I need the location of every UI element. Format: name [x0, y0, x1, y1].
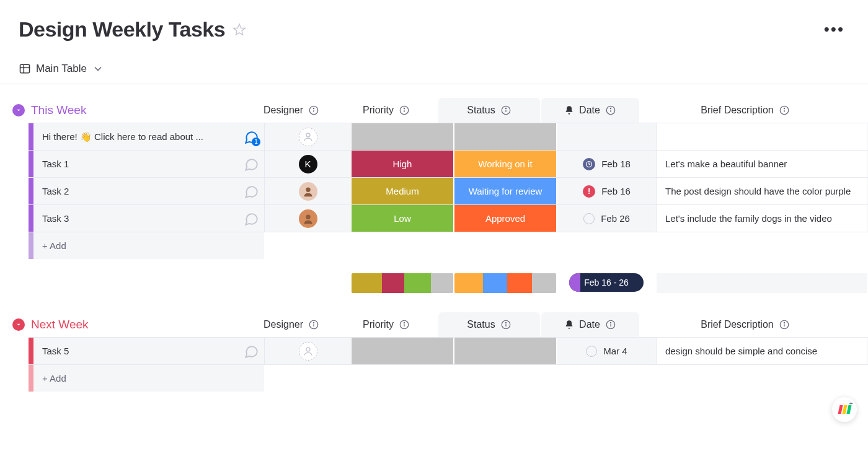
priority-summary[interactable] [352, 273, 453, 293]
chevron-down-icon [92, 63, 104, 75]
task-name-cell[interactable]: Task 5 [29, 338, 264, 364]
info-icon[interactable] [779, 105, 790, 116]
priority-cell[interactable]: High [352, 151, 453, 177]
chat-bubble-icon[interactable] [243, 211, 259, 227]
info-icon[interactable] [779, 319, 790, 330]
group-this-week: This WeekDesignerPriorityStatusDateBrief… [0, 98, 868, 299]
assignee-avatar[interactable]: K [299, 155, 317, 173]
info-icon[interactable] [500, 105, 512, 116]
board-header: Design Weekly Tasks ••• [0, 17, 868, 49]
table-row[interactable]: Task 2MediumWaiting for review!Feb 16The… [29, 177, 868, 204]
svg-point-22 [306, 214, 310, 219]
task-name-cell[interactable]: Task 2 [29, 178, 264, 204]
column-header-status[interactable]: Status [438, 98, 540, 123]
assign-person-icon[interactable] [299, 128, 317, 146]
task-name-cell[interactable]: Task 3 [29, 205, 264, 232]
chat-bubble-icon[interactable]: 1 [243, 129, 259, 145]
board-options-menu-icon[interactable]: ••• [819, 17, 849, 42]
svg-point-19 [306, 133, 310, 137]
column-header-designer[interactable]: Designer [248, 312, 335, 337]
add-item-row[interactable]: + Add [29, 232, 868, 259]
info-icon[interactable] [308, 105, 319, 116]
svg-point-28 [404, 322, 404, 323]
status-summary[interactable] [454, 273, 556, 293]
column-header-description[interactable]: Brief Description [640, 312, 851, 337]
status-cell[interactable] [454, 123, 556, 150]
priority-cell[interactable] [352, 123, 453, 150]
description-cell[interactable]: Let's make a beautiful banner [656, 151, 867, 177]
status-cell[interactable]: Working on it [454, 151, 556, 177]
description-cell[interactable]: The post design should have the color pu… [656, 178, 867, 204]
views-bar: Main Table [0, 49, 868, 84]
board-title[interactable]: Design Weekly Tasks [19, 17, 225, 42]
priority-cell[interactable] [352, 338, 453, 364]
group-collapse-toggle[interactable] [12, 318, 25, 331]
column-header-priority[interactable]: Priority [335, 312, 438, 337]
table-row[interactable]: Hi there! 👋 Click here to read about ...… [29, 123, 868, 150]
svg-point-37 [784, 322, 784, 323]
date-cell[interactable]: Mar 4 [557, 338, 656, 364]
svg-marker-0 [234, 24, 245, 34]
svg-rect-1 [20, 64, 30, 72]
task-name-cell[interactable]: Task 1 [29, 151, 264, 177]
info-icon[interactable] [399, 319, 410, 330]
svg-point-34 [610, 322, 611, 323]
column-header-designer[interactable]: Designer [248, 98, 335, 123]
table-icon [19, 63, 31, 75]
bell-icon [564, 320, 574, 330]
description-cell[interactable]: Let's include the family dogs in the vid… [656, 205, 867, 232]
assignee-avatar[interactable] [299, 209, 317, 228]
priority-cell[interactable]: Medium [352, 178, 453, 204]
info-icon[interactable] [500, 319, 512, 330]
svg-point-9 [404, 108, 404, 108]
group-collapse-toggle[interactable] [12, 104, 25, 116]
assign-person-icon[interactable] [299, 342, 317, 361]
group-next-week: Next WeekDesignerPriorityStatusDateBrief… [0, 312, 868, 392]
column-header-date[interactable]: Date [541, 312, 639, 337]
add-item-row[interactable]: + Add [29, 364, 868, 392]
info-icon[interactable] [605, 319, 616, 330]
description-cell[interactable] [656, 123, 867, 150]
column-header-date[interactable]: Date [541, 98, 639, 123]
status-cell[interactable]: Waiting for review [454, 178, 556, 204]
info-icon[interactable] [605, 105, 616, 116]
designer-cell[interactable] [264, 178, 351, 204]
status-cell[interactable] [454, 338, 556, 364]
table-row[interactable]: Task 3LowApprovedFeb 26Let's include the… [29, 204, 868, 232]
chat-bubble-icon[interactable] [243, 343, 259, 359]
group-title[interactable]: Next Week [31, 318, 89, 331]
status-cell[interactable]: Approved [454, 205, 556, 232]
date-cell[interactable]: Feb 18 [557, 151, 656, 177]
column-header-priority[interactable]: Priority [335, 98, 438, 123]
date-cell[interactable]: !Feb 16 [557, 178, 656, 204]
task-name-cell[interactable]: Hi there! 👋 Click here to read about ...… [29, 123, 264, 150]
info-icon[interactable] [308, 319, 319, 330]
column-header-description[interactable]: Brief Description [640, 98, 851, 123]
svg-point-15 [610, 108, 611, 108]
alert-icon: ! [583, 185, 595, 198]
date-cell[interactable] [557, 123, 656, 150]
svg-point-18 [784, 108, 784, 108]
assignee-avatar[interactable] [299, 182, 317, 201]
view-label: Main Table [36, 63, 87, 75]
bell-icon [564, 105, 574, 115]
designer-cell[interactable] [264, 123, 351, 150]
chat-bubble-icon[interactable] [243, 183, 259, 199]
date-range-summary[interactable]: Feb 16 - 26 [569, 273, 644, 292]
table-row[interactable]: Task 1KHighWorking on itFeb 18Let's make… [29, 150, 868, 177]
svg-point-21 [306, 187, 310, 191]
table-row[interactable]: Task 5Mar 4design should be simple and c… [29, 337, 868, 364]
view-main-table[interactable]: Main Table [19, 63, 104, 75]
group-title[interactable]: This Week [31, 103, 86, 117]
chat-bubble-icon[interactable] [243, 156, 259, 172]
description-cell[interactable]: design should be simple and concise [656, 338, 867, 364]
designer-cell[interactable] [264, 338, 351, 364]
info-icon[interactable] [399, 105, 410, 116]
column-header-status[interactable]: Status [438, 312, 540, 337]
description-summary [657, 273, 867, 293]
designer-cell[interactable]: K [264, 151, 351, 177]
favorite-star-icon[interactable] [232, 23, 246, 37]
date-cell[interactable]: Feb 26 [557, 205, 656, 232]
designer-cell[interactable] [264, 205, 351, 232]
priority-cell[interactable]: Low [352, 205, 453, 232]
